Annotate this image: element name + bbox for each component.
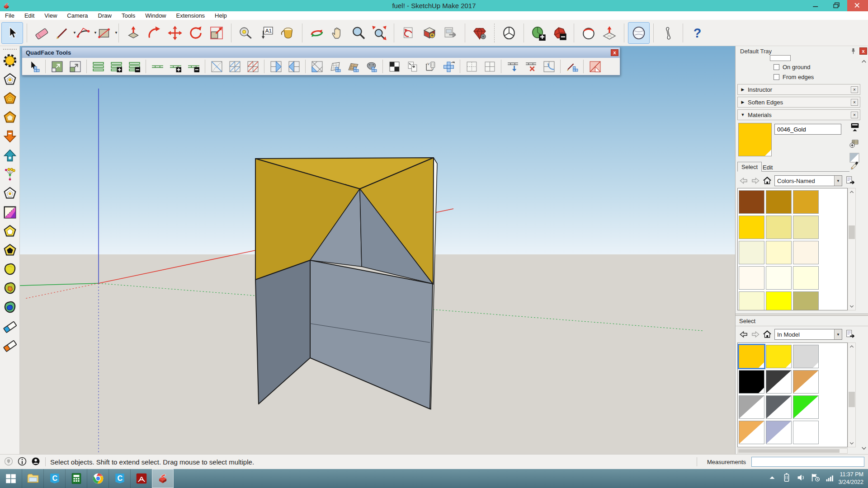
- subd-subdivide-button[interactable]: [599, 23, 620, 43]
- forward-arrow-icon[interactable]: [750, 175, 761, 186]
- sample-paint-icon[interactable]: [849, 161, 859, 172]
- taskbar-app-c-blue-2[interactable]: C: [108, 469, 130, 488]
- status-geolocation-icon[interactable]: [4, 456, 14, 468]
- in-model-swatch[interactable]: [766, 395, 792, 419]
- qf-smooth-border-button[interactable]: [540, 59, 558, 74]
- menu-camera[interactable]: Camera: [62, 12, 93, 19]
- subd-uv-mapping-button[interactable]: [1, 203, 19, 221]
- pushpull-tool-button[interactable]: [123, 23, 144, 43]
- option-on-ground[interactable]: On ground: [774, 62, 810, 71]
- checkbox[interactable]: [774, 64, 779, 70]
- in-model-dropdown[interactable]: In Model ▼: [774, 329, 842, 340]
- qf-insert-loop-button[interactable]: [504, 59, 522, 74]
- material-preview-swatch[interactable]: [738, 123, 772, 156]
- panel-close-button[interactable]: ×: [851, 86, 858, 93]
- qf-line-tool-button[interactable]: [563, 59, 581, 74]
- subd-vertex-tool-button[interactable]: [1, 165, 19, 183]
- tray-battery-icon[interactable]: [781, 472, 792, 485]
- back-arrow-icon[interactable]: [738, 175, 749, 186]
- panel-soften-edges[interactable]: ▶Soften Edges×: [737, 97, 860, 108]
- subd-blob-blue-button[interactable]: [1, 298, 19, 316]
- in-model-swatch[interactable]: [739, 370, 764, 394]
- taskbar-chrome[interactable]: [87, 469, 108, 488]
- collapsed-arrow-icon[interactable]: ▶: [738, 87, 748, 92]
- previous-view-button[interactable]: [398, 23, 419, 43]
- material-name-input[interactable]: [774, 124, 841, 135]
- scroll-up-icon[interactable]: [848, 188, 855, 196]
- qf-uv-checker-button[interactable]: [385, 59, 403, 74]
- material-swatch[interactable]: [793, 241, 819, 264]
- material-swatch[interactable]: [739, 266, 764, 290]
- menu-help[interactable]: Help: [210, 12, 232, 19]
- line-tool-button[interactable]: ▼: [52, 23, 73, 43]
- subd-blob-yellow-button[interactable]: [1, 260, 19, 278]
- move-tool-button[interactable]: [165, 23, 185, 43]
- taskbar-start[interactable]: [0, 469, 22, 488]
- restore-button[interactable]: [826, 0, 847, 11]
- in-model-swatch[interactable]: [766, 345, 792, 368]
- zoom-tool-button[interactable]: [348, 23, 369, 43]
- qf-grow-selection-button[interactable]: [48, 59, 66, 74]
- taskbar-app-c-blue[interactable]: C: [43, 469, 65, 488]
- forward-arrow-2-icon[interactable]: [750, 329, 761, 340]
- qf-quadrangulate-red-button[interactable]: [244, 59, 262, 74]
- tray-flag-icon[interactable]: [810, 472, 821, 485]
- menu-file[interactable]: File: [0, 12, 19, 19]
- in-model-swatch[interactable]: [766, 370, 792, 394]
- qf-grow-ring-button[interactable]: [107, 59, 125, 74]
- qf-shrink-ring-button[interactable]: [125, 59, 143, 74]
- toolbar-grip[interactable]: [3, 49, 17, 50]
- orbit-tool-button[interactable]: [307, 23, 327, 43]
- qf-uv-unwrap-button[interactable]: VU: [421, 59, 439, 74]
- material-swatch[interactable]: [766, 291, 792, 310]
- material-swatch[interactable]: [766, 216, 792, 239]
- pan-tool-button[interactable]: [327, 23, 348, 43]
- materials-scrollbar[interactable]: [848, 188, 856, 310]
- material-swatch[interactable]: [739, 190, 764, 214]
- qf-triangulate-button[interactable]: [208, 59, 226, 74]
- material-swatch[interactable]: [766, 266, 792, 290]
- get-models-button[interactable]: [419, 23, 440, 43]
- create-material-icon[interactable]: [849, 137, 860, 150]
- checkbox[interactable]: [774, 74, 779, 80]
- scroll-up-2-icon[interactable]: [848, 343, 855, 350]
- dropdown-arrow-icon[interactable]: ▼: [114, 31, 118, 35]
- scale-tool-button[interactable]: [206, 23, 227, 43]
- select-tool-button[interactable]: [2, 23, 23, 43]
- taskbar-acrobat[interactable]: [130, 469, 152, 488]
- in-model-hscrollbar[interactable]: [737, 448, 848, 454]
- tray-chevron-up-icon[interactable]: [767, 472, 778, 485]
- material-swatch[interactable]: [739, 291, 764, 310]
- qf-shrink-selection-button[interactable]: [66, 59, 84, 74]
- subd-increase-button[interactable]: [1, 146, 19, 164]
- tray-close-button[interactable]: x: [859, 47, 867, 55]
- qf-convert-quads-c-button[interactable]: [308, 59, 326, 74]
- menu-window[interactable]: Window: [140, 12, 171, 19]
- tray-network-icon[interactable]: [825, 472, 835, 485]
- material-swatch[interactable]: [793, 216, 819, 239]
- home-2-icon[interactable]: [762, 329, 773, 340]
- menu-edit[interactable]: Edit: [19, 12, 39, 19]
- subd-crease-button[interactable]: [578, 23, 599, 43]
- in-model-swatch[interactable]: [739, 345, 764, 368]
- qf-convert-quads-b-button[interactable]: [285, 59, 303, 74]
- panel-materials[interactable]: ▼Materials×: [737, 109, 860, 120]
- qf-select-loop-button[interactable]: [148, 59, 166, 74]
- panel-close-button[interactable]: ×: [851, 112, 858, 118]
- subd-eraser-orange-button[interactable]: [1, 336, 19, 354]
- qf-mesh-grid-button[interactable]: [326, 59, 344, 74]
- subd-proxy-gold-button[interactable]: [1, 108, 19, 127]
- menu-tools[interactable]: Tools: [117, 12, 140, 19]
- qf-convert-quads-a-button[interactable]: [267, 59, 285, 74]
- subd-bone-button[interactable]: [658, 23, 679, 43]
- material-swatch[interactable]: [793, 266, 819, 290]
- qf-grid-dashed-button[interactable]: [462, 59, 481, 74]
- subd-eraser-blue-button[interactable]: [1, 317, 19, 335]
- in-model-swatch[interactable]: [793, 370, 819, 394]
- qf-uv-copy-button[interactable]: [403, 59, 421, 74]
- subd-pent-yellow-white-button[interactable]: [1, 222, 19, 240]
- tray-scroll-down-icon[interactable]: [860, 445, 868, 452]
- subd-pent-yellow-black-button[interactable]: [1, 241, 19, 259]
- followme-tool-button[interactable]: [144, 23, 165, 43]
- taskbar-sketchup-app[interactable]: [152, 469, 174, 488]
